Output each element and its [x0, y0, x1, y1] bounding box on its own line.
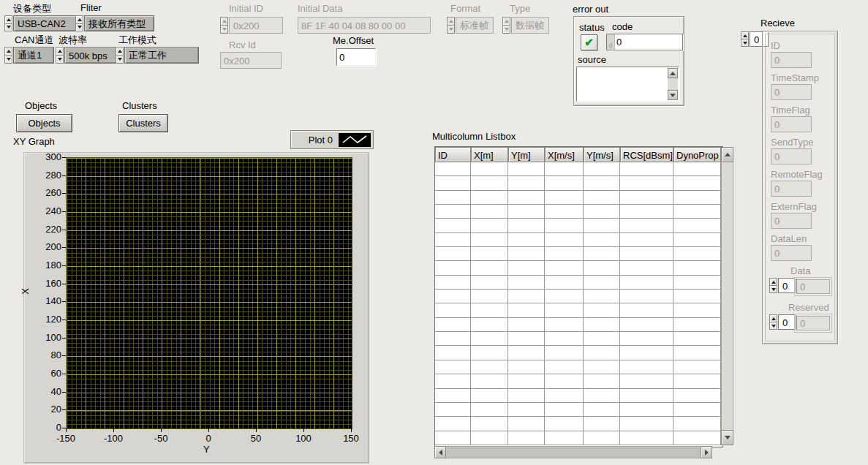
data-index-control[interactable]: 0 — [769, 278, 796, 293]
listbox-cell[interactable] — [673, 318, 721, 332]
listbox-cell[interactable] — [584, 219, 620, 232]
table-row[interactable] — [435, 276, 721, 290]
decrement-icon[interactable] — [116, 55, 124, 64]
decrement-icon[interactable] — [4, 23, 12, 32]
listbox-cell[interactable] — [435, 332, 471, 346]
table-row[interactable] — [435, 303, 721, 317]
listbox-cell[interactable] — [471, 389, 508, 403]
listbox-cell[interactable] — [545, 303, 584, 317]
can-channel-value[interactable]: 通道1 — [13, 47, 54, 64]
listbox-cell[interactable] — [545, 374, 584, 388]
listbox-cell[interactable] — [508, 261, 545, 275]
listbox-cell[interactable] — [508, 176, 545, 190]
plot-legend[interactable]: Plot 0 — [290, 130, 374, 149]
listbox-cell[interactable] — [435, 431, 471, 445]
table-row[interactable] — [435, 176, 721, 190]
listbox-cell[interactable] — [508, 247, 545, 261]
listbox-cell[interactable] — [471, 332, 508, 346]
listbox-cell[interactable] — [545, 191, 584, 205]
listbox-cell[interactable] — [620, 318, 673, 332]
listbox-cell[interactable] — [620, 403, 673, 417]
scroll-left-icon[interactable] — [434, 446, 446, 458]
scroll-down-icon[interactable] — [668, 90, 678, 100]
listbox-cell[interactable] — [584, 205, 620, 219]
listbox-cell[interactable] — [545, 233, 584, 247]
listbox-cell[interactable] — [471, 417, 508, 431]
listbox-cell[interactable] — [435, 219, 471, 232]
device-type-ring[interactable]: USB-CAN2 — [4, 15, 78, 31]
plot0-line-icon[interactable] — [339, 133, 371, 147]
listbox-cell[interactable] — [545, 389, 584, 403]
listbox-cell[interactable] — [620, 191, 673, 205]
receive-index-spinner[interactable] — [741, 31, 749, 47]
listbox-cell[interactable] — [584, 191, 620, 205]
listbox-cell[interactable] — [508, 417, 545, 431]
filter-value[interactable]: 接收所有类型 — [84, 15, 154, 31]
listbox-cell[interactable] — [545, 360, 584, 374]
listbox-cell[interactable] — [508, 389, 545, 403]
listbox-column-header-xms[interactable]: X[m/s] — [545, 147, 584, 162]
listbox-cell[interactable] — [545, 417, 584, 431]
listbox-cell[interactable] — [673, 389, 721, 403]
listbox-cell[interactable] — [673, 403, 721, 417]
listbox-cell[interactable] — [673, 219, 721, 232]
table-row[interactable] — [435, 332, 721, 346]
listbox-cell[interactable] — [435, 360, 471, 374]
listbox-cell[interactable] — [471, 318, 508, 332]
listbox-column-header-yms[interactable]: Y[m/s] — [584, 147, 620, 162]
listbox-cell[interactable] — [435, 276, 471, 290]
filter-spinner[interactable] — [75, 15, 83, 31]
listbox-cell[interactable] — [673, 276, 721, 290]
objects-button[interactable]: Objects — [16, 114, 72, 132]
listbox-cell[interactable] — [673, 431, 721, 445]
decrement-icon[interactable] — [741, 39, 749, 47]
listbox-cell[interactable] — [545, 276, 584, 290]
listbox-cell[interactable] — [673, 290, 721, 303]
listbox-cell[interactable] — [620, 389, 673, 403]
listbox-cell[interactable] — [435, 303, 471, 317]
listbox-cell[interactable] — [584, 360, 620, 374]
listbox-cell[interactable] — [620, 276, 673, 290]
listbox-cell[interactable] — [673, 233, 721, 247]
listbox-cell[interactable] — [673, 162, 721, 176]
listbox-cell[interactable] — [584, 318, 620, 332]
filter-ring[interactable]: 接收所有类型 — [75, 15, 154, 31]
listbox-cell[interactable] — [508, 191, 545, 205]
listbox-cell[interactable] — [471, 360, 508, 374]
table-row[interactable] — [435, 205, 721, 219]
table-row[interactable] — [435, 417, 721, 431]
listbox-cell[interactable] — [508, 431, 545, 445]
listbox-cell[interactable] — [508, 360, 545, 374]
listbox-cell[interactable] — [620, 303, 673, 317]
listbox-cell[interactable] — [584, 290, 620, 303]
listbox-cell[interactable] — [584, 374, 620, 388]
work-mode-ring[interactable]: 正常工作 — [116, 47, 199, 64]
reserved-index-spinner[interactable] — [769, 314, 777, 330]
radix-indicator[interactable]: d — [607, 34, 615, 50]
listbox-cell[interactable] — [508, 205, 545, 219]
listbox-cell[interactable] — [508, 403, 545, 417]
listbox-cell[interactable] — [471, 205, 508, 219]
listbox-column-header-dynoprop[interactable]: DynoProp — [673, 147, 721, 162]
listbox-cell[interactable] — [471, 303, 508, 317]
listbox-cell[interactable] — [620, 360, 673, 374]
table-row[interactable] — [435, 374, 721, 388]
listbox-cell[interactable] — [620, 233, 673, 247]
listbox-cell[interactable] — [435, 346, 471, 360]
listbox-cell[interactable] — [435, 205, 471, 219]
listbox-cell[interactable] — [620, 219, 673, 232]
baud-rate-spinner[interactable] — [56, 47, 64, 64]
listbox-cell[interactable] — [584, 403, 620, 417]
plot-legend-text[interactable]: Plot 0 — [309, 135, 333, 145]
scroll-down-icon[interactable] — [721, 430, 733, 445]
table-row[interactable] — [435, 346, 721, 360]
listbox-cell[interactable] — [584, 261, 620, 275]
listbox-cell[interactable] — [584, 332, 620, 346]
listbox-column-header-xm[interactable]: X[m] — [471, 147, 508, 162]
listbox-cell[interactable] — [673, 374, 721, 388]
listbox-cell[interactable] — [620, 290, 673, 303]
me-offset-field[interactable]: 0 — [336, 48, 376, 66]
listbox-cell[interactable] — [620, 162, 673, 176]
listbox-cell[interactable] — [508, 332, 545, 346]
decrement-icon[interactable] — [4, 55, 12, 64]
